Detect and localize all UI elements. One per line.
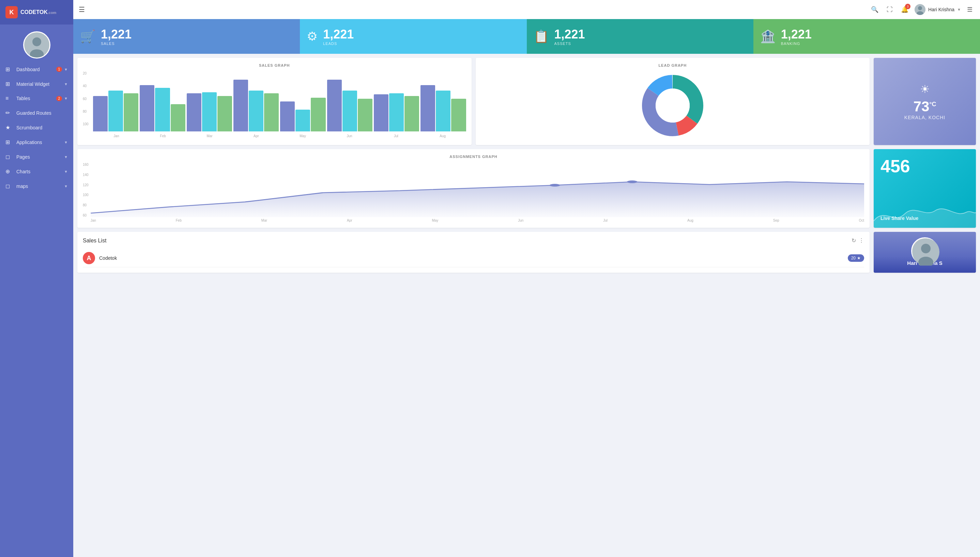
sales-item-icon: A bbox=[83, 252, 95, 264]
menu-icon[interactable]: ☰ bbox=[79, 5, 85, 14]
topbar-menu-icon[interactable]: ☰ bbox=[967, 6, 972, 13]
sidebar-item-charts[interactable]: ⊕ Charts ▼ bbox=[0, 164, 73, 179]
green-bar bbox=[124, 93, 138, 132]
sidebar-item-dashboard[interactable]: ⊞ Dashboard 1 ▼ bbox=[0, 62, 73, 77]
scrumboard-icon: ★ bbox=[5, 124, 12, 131]
sidebar-item-guarded-routes[interactable]: ✏ Guarded Routes bbox=[0, 106, 73, 120]
blue-bar bbox=[374, 94, 389, 132]
sales-list-actions: ↻ ⋮ bbox=[851, 237, 864, 244]
sidebar-item-material-widget[interactable]: ⊞ Material Widget ▼ bbox=[0, 77, 73, 91]
sidebar-item-label: Scrumboard bbox=[16, 125, 68, 130]
assets-info: 1,221 ASSETS bbox=[554, 27, 585, 46]
fullscreen-icon[interactable]: ⛶ bbox=[887, 6, 893, 13]
pages-icon: ◻ bbox=[5, 153, 12, 160]
line-chart-svg bbox=[91, 163, 864, 217]
green-bar bbox=[311, 98, 325, 132]
content-area: 🛒 1,221 SALES ⚙ 1,221 LEADS 📋 1,221 ASSE… bbox=[73, 19, 980, 557]
refresh-button[interactable]: ↻ bbox=[851, 237, 856, 244]
main-content: ☰ 🔍 ⛶ 🔔 3 Hari Krishna ▼ ☰ 🛒 bbox=[73, 0, 980, 557]
teal-bar bbox=[389, 93, 404, 132]
leads-icon: ⚙ bbox=[307, 29, 318, 44]
bottom-row: Sales List ↻ ⋮ A Codetok 20 ★ bbox=[73, 232, 980, 277]
bar-group bbox=[140, 85, 185, 132]
sales-item-badge: 20 ★ bbox=[848, 254, 864, 262]
topbar: ☰ 🔍 ⛶ 🔔 3 Hari Krishna ▼ ☰ bbox=[73, 0, 980, 19]
banking-label: BANKING bbox=[781, 42, 812, 46]
stat-card-sales: 🛒 1,221 SALES bbox=[73, 19, 300, 54]
guarded-routes-icon: ✏ bbox=[5, 110, 12, 116]
notification-icon[interactable]: 🔔 3 bbox=[901, 6, 908, 13]
charts-row: SALES GRAPH 100 80 60 40 20 JanFebMarApr… bbox=[73, 54, 980, 149]
sales-value: 1,221 bbox=[101, 27, 132, 42]
teal-bar bbox=[296, 110, 310, 132]
sales-list-title: Sales List bbox=[83, 238, 851, 244]
sidebar-item-pages[interactable]: ◻ Pages ▼ bbox=[0, 150, 73, 164]
tables-icon: ≡ bbox=[5, 95, 12, 101]
star-icon: ★ bbox=[857, 256, 861, 261]
stat-card-banking: 🏦 1,221 BANKING bbox=[753, 19, 980, 54]
bar-group bbox=[187, 92, 232, 132]
green-bar bbox=[217, 96, 232, 132]
assignments-x-axis: JanFebMarAprMayJunJulAugSepOct bbox=[91, 218, 864, 222]
teal-bar bbox=[436, 91, 451, 132]
chevron-down-icon: ▼ bbox=[64, 96, 68, 101]
green-bar bbox=[171, 104, 185, 132]
assets-icon: 📋 bbox=[534, 29, 549, 44]
logo-text: CODETOK.com bbox=[20, 9, 56, 15]
banking-value: 1,221 bbox=[781, 27, 812, 42]
teal-bar bbox=[108, 91, 123, 132]
green-bar bbox=[358, 99, 372, 132]
sidebar-item-applications[interactable]: ⊞ Applications ▼ bbox=[0, 135, 73, 150]
svg-point-12 bbox=[627, 181, 637, 183]
topbar-user[interactable]: Hari Krishna ▼ bbox=[915, 4, 961, 15]
blue-bar bbox=[187, 93, 201, 132]
bar-group bbox=[327, 80, 372, 132]
search-icon[interactable]: 🔍 bbox=[871, 6, 879, 13]
blue-bar bbox=[140, 85, 154, 132]
teal-bar bbox=[249, 91, 263, 132]
sidebar-item-maps[interactable]: ◻ maps ▼ bbox=[0, 179, 73, 194]
sales-x-axis: JanFebMarAprMayJunJulAug bbox=[83, 134, 466, 138]
chevron-down-icon: ▼ bbox=[64, 67, 68, 72]
chevron-down-icon: ▼ bbox=[64, 155, 68, 159]
tables-badge: 2 bbox=[56, 96, 62, 101]
notification-badge: 3 bbox=[905, 4, 910, 9]
assignments-chart-wrapper: 60 80 100 120 140 160 bbox=[83, 163, 864, 222]
blue-bar bbox=[93, 96, 108, 132]
sidebar-item-tables[interactable]: ≡ Tables 2 ▼ bbox=[0, 91, 73, 106]
assets-label: ASSETS bbox=[554, 42, 585, 46]
chevron-down-icon: ▼ bbox=[64, 82, 68, 86]
weather-sun-icon: ☀ bbox=[920, 83, 930, 96]
sidebar: K CODETOK.com ⊞ Dashboard 1 ▼ ⊞ Material… bbox=[0, 0, 73, 557]
sidebar-item-scrumboard[interactable]: ★ Scrumboard bbox=[0, 120, 73, 135]
svg-point-1 bbox=[33, 37, 41, 46]
sidebar-logo[interactable]: K CODETOK.com bbox=[0, 0, 73, 24]
sidebar-item-label: Pages bbox=[16, 154, 64, 160]
more-options-button[interactable]: ⋮ bbox=[859, 237, 864, 244]
bar-group bbox=[234, 80, 279, 132]
teal-bar bbox=[202, 92, 217, 132]
logo-name: CODETOK bbox=[20, 9, 48, 15]
svg-point-4 bbox=[918, 6, 922, 10]
svg-point-14 bbox=[921, 244, 931, 253]
lead-chart-card: LEAD GRAPH bbox=[476, 58, 870, 145]
assignments-svg-area: JanFebMarAprMayJunJulAugSepOct bbox=[91, 163, 864, 222]
green-bar bbox=[264, 93, 279, 132]
live-share-card: 456 Live Share Value bbox=[874, 149, 976, 228]
weather-unit: °C bbox=[929, 101, 936, 107]
lead-chart-title: LEAD GRAPH bbox=[481, 64, 864, 67]
svg-point-10 bbox=[656, 88, 690, 122]
teal-bar bbox=[343, 91, 357, 132]
sidebar-item-label: Applications bbox=[16, 140, 64, 145]
banking-icon: 🏦 bbox=[760, 29, 776, 44]
live-share-value: 456 bbox=[880, 156, 969, 176]
sales-info: 1,221 SALES bbox=[101, 27, 132, 46]
sidebar-item-label: maps bbox=[16, 184, 64, 189]
topbar-chevron: ▼ bbox=[957, 8, 961, 11]
assets-value: 1,221 bbox=[554, 27, 585, 42]
chevron-down-icon: ▼ bbox=[64, 140, 68, 144]
sales-chart-title: SALES GRAPH bbox=[83, 64, 466, 67]
topbar-avatar bbox=[915, 4, 926, 15]
assignments-chart-card: ASSIGNMENTS GRAPH 60 80 100 120 140 160 bbox=[77, 149, 870, 228]
chevron-down-icon: ▼ bbox=[64, 169, 68, 174]
